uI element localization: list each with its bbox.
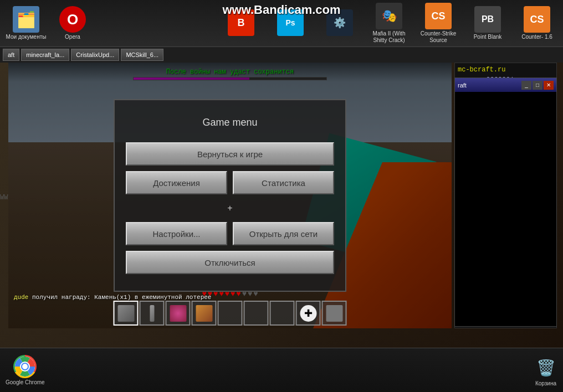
recycle-bin-label: Корзина bbox=[535, 380, 556, 386]
taskbar-icon-opera[interactable]: O Opera bbox=[50, 6, 95, 40]
taskbar-icon-opera-label: Opera bbox=[65, 34, 80, 40]
chrome-icon bbox=[13, 355, 37, 378]
taskbar-icon-css[interactable]: CS Counter-Strike Source bbox=[416, 3, 460, 44]
win-btn-aft[interactable]: aft bbox=[3, 49, 19, 61]
hotbar-slot-5[interactable] bbox=[218, 301, 243, 326]
disconnect-button[interactable]: Отключиться bbox=[126, 251, 334, 274]
game-menu: Game menu Вернуться к игре Достижения Ст… bbox=[114, 99, 346, 292]
game-menu-overlay: Game menu Вернуться к игре Достижения Ст… bbox=[8, 63, 452, 328]
window-title: raft bbox=[458, 82, 467, 89]
hotbar-item-2 bbox=[150, 305, 154, 322]
ww-label: WW bbox=[0, 194, 8, 202]
recycle-bin[interactable]: 🗑️ Корзина bbox=[534, 356, 557, 386]
taskbar-icon-mafia[interactable]: 🎭 Mafia II (With Shitty Crack) bbox=[367, 3, 411, 44]
taskbar-icon-mafia-label: Mafia II (With Shitty Crack) bbox=[367, 30, 411, 44]
window-titlebar: raft _ □ ✕ bbox=[455, 78, 556, 92]
hotbar-item-9 bbox=[326, 305, 342, 322]
heart-5: ♥ bbox=[225, 289, 229, 298]
taskbar-icon-photoshop[interactable]: Ps bbox=[268, 9, 313, 37]
minimize-button[interactable]: _ bbox=[521, 81, 531, 90]
close-button[interactable]: ✕ bbox=[544, 81, 554, 90]
heart-10-empty: ♥ bbox=[253, 289, 258, 298]
achievements-button[interactable]: Достижения bbox=[126, 171, 227, 194]
second-window: raft _ □ ✕ bbox=[454, 78, 557, 327]
heart-3: ♥ bbox=[213, 289, 218, 298]
return-to-game-button[interactable]: Вернуться к игре bbox=[126, 142, 334, 166]
taskbar-icon-my-documents[interactable]: 🗂️ Мои документы bbox=[4, 6, 48, 40]
settings-button[interactable]: Настройки... bbox=[126, 222, 227, 245]
heart-8-empty: ♥ bbox=[242, 289, 247, 298]
heart-7: ♥ bbox=[236, 289, 240, 298]
maximize-button[interactable]: □ bbox=[533, 81, 542, 90]
taskbar-icon-bandicam[interactable]: B bbox=[219, 9, 263, 37]
settings-network-row: Настройки... Открыть для сети bbox=[126, 222, 334, 245]
hotbar-slot-3[interactable] bbox=[166, 301, 191, 326]
hotbar-item-1 bbox=[117, 305, 134, 322]
svg-point-3 bbox=[22, 364, 28, 369]
open-network-button[interactable]: Открыть для сети bbox=[233, 222, 334, 245]
game-menu-title: Game menu bbox=[202, 117, 257, 128]
taskbar-icon-cs16[interactable]: CS Counter- 1.6 bbox=[515, 6, 559, 40]
heart-6: ♥ bbox=[231, 289, 235, 298]
mc-hotbar: ✚ bbox=[114, 301, 347, 326]
win-btn-cristalix[interactable]: CristaIixUpd... bbox=[71, 49, 119, 61]
taskbar-icon-css-label: Counter-Strike Source bbox=[416, 30, 460, 44]
hotbar-slot-1[interactable] bbox=[114, 301, 139, 326]
hotbar-slot-6[interactable] bbox=[244, 301, 269, 326]
mc-chat: дude получил награду: Камень(x1) в ежеми… bbox=[14, 294, 211, 301]
game-area: После войны нам удаст сохранится Game me… bbox=[8, 63, 452, 328]
server-name: mc-bcraft.ru bbox=[458, 66, 554, 74]
bottom-taskbar: Google Chrome 🗑️ Корзина bbox=[0, 348, 563, 392]
taskbar-icon-pointblank[interactable]: PB Point Blank bbox=[465, 6, 510, 40]
hotbar-slot-7[interactable] bbox=[270, 301, 295, 326]
taskbar-icon-cs16-label: Counter- 1.6 bbox=[521, 34, 552, 40]
hotbar-item-4 bbox=[196, 305, 212, 322]
taskbar-icon-pointblank-label: Point Blank bbox=[474, 34, 502, 40]
achievements-stats-row: Достижения Статистика bbox=[126, 171, 334, 194]
chat-message: получил награду: Камень(x1) в ежеминутно… bbox=[32, 294, 211, 301]
taskbar-icon-label: Мои документы bbox=[6, 34, 47, 40]
hotbar-item-3 bbox=[170, 305, 186, 322]
hotbar-item-8: ✚ bbox=[300, 305, 316, 322]
chat-username: дude bbox=[14, 294, 28, 301]
plus-icon: + bbox=[227, 203, 232, 213]
heart-9-empty: ♥ bbox=[248, 289, 252, 298]
taskbar-windows-bar: aft minecraft_la... CristaIixUpd... MCSk… bbox=[0, 47, 563, 63]
hotbar-slot-9[interactable] bbox=[322, 301, 347, 326]
win-btn-mcskill[interactable]: MCSkill_6... bbox=[121, 49, 163, 61]
taskbar-icon-steam[interactable]: ⚙️ bbox=[318, 9, 362, 37]
win-btn-minecraft[interactable]: minecraft_la... bbox=[21, 49, 69, 61]
hotbar-slot-4[interactable] bbox=[192, 301, 217, 326]
hotbar-slot-2[interactable] bbox=[140, 301, 165, 326]
chrome-label: Google Chrome bbox=[6, 379, 45, 385]
taskbar-app-chrome[interactable]: Google Chrome bbox=[6, 355, 45, 385]
window-controls: _ □ ✕ bbox=[521, 81, 554, 90]
statistics-button[interactable]: Статистика bbox=[233, 171, 334, 194]
heart-4: ♥ bbox=[219, 289, 223, 298]
desktop: 🗂️ Мои документы O Opera www.Bandicam.co… bbox=[0, 0, 563, 392]
taskbar-top: 🗂️ Мои документы O Opera www.Bandicam.co… bbox=[0, 0, 563, 47]
hotbar-slot-8[interactable]: ✚ bbox=[296, 301, 321, 326]
